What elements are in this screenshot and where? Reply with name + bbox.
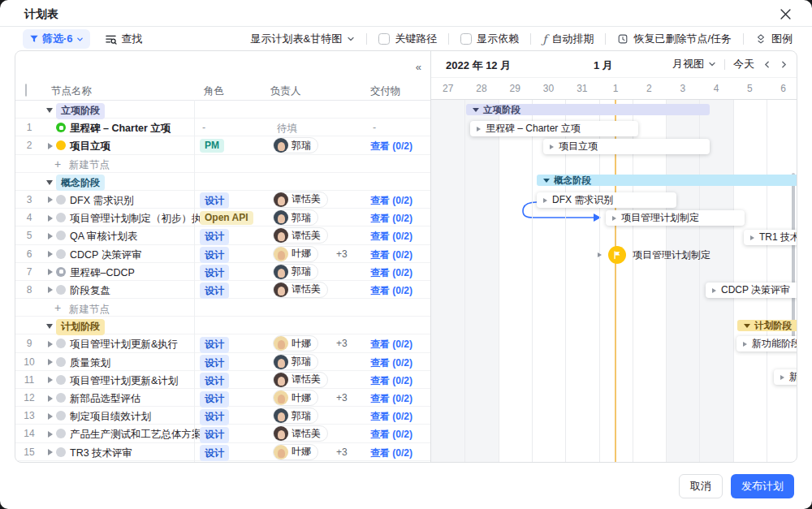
table-row[interactable]: 7里程碑–CDCP设计郭瑞查看 (0/2) [15, 263, 430, 281]
gantt-task-bar[interactable]: TR1 技术评审 [744, 230, 797, 245]
owner-pill[interactable]: 郭瑞 [273, 354, 318, 370]
add-node-button[interactable]: 新建节点 [69, 303, 110, 317]
expand-arrow-icon[interactable] [48, 359, 53, 365]
filter-button[interactable]: 筛选·6 [23, 29, 90, 49]
owner-pill[interactable]: 郭瑞 [273, 137, 318, 153]
gantt-task-bar[interactable]: 项目管理计划制定 [606, 210, 745, 226]
expand-arrow-icon[interactable] [48, 413, 53, 420]
owner-pill[interactable]: 郭瑞 [273, 264, 318, 280]
chevron-down-icon [76, 36, 84, 43]
table-row[interactable]: 2项目立项PM郭瑞查看 (0/2) [15, 136, 430, 154]
close-icon[interactable] [778, 6, 793, 21]
gantt-task-bar[interactable]: 新功能阶段推广 [736, 336, 797, 352]
expand-arrow-icon[interactable] [48, 233, 53, 239]
deliverable-view-link[interactable]: 查看 (0/2) [370, 374, 412, 388]
deliverable-view-link[interactable]: 查看 (0/2) [370, 230, 412, 244]
legend-button[interactable]: 图例 [755, 32, 793, 46]
view-mode-select[interactable]: 月视图 [672, 57, 716, 71]
add-node-row[interactable]: +新建节点 [15, 155, 430, 173]
expand-arrow-icon[interactable] [48, 143, 53, 149]
table-row[interactable]: 10质量策划设计郭瑞查看 (0/2) [15, 353, 430, 371]
collapse-caret-icon[interactable] [46, 108, 53, 113]
table-row[interactable]: 9项目管理计划更新&执行设计叶娜+3查看 (0/2) [15, 334, 430, 352]
gantt-task-bar[interactable]: 新功能 [774, 369, 797, 385]
phase-row[interactable]: 计划阶段 [15, 317, 430, 334]
auto-schedule-button[interactable]: ƒ 自动排期 [542, 32, 594, 46]
expand-arrow-icon[interactable] [48, 251, 53, 257]
deliverable-view-link[interactable]: 查看 (0/2) [370, 392, 412, 406]
table-row[interactable]: 5QA 审核计划表设计谭恬美查看 (0/2) [15, 226, 430, 244]
collapse-caret-icon[interactable] [46, 180, 53, 185]
expand-arrow-icon[interactable] [48, 196, 53, 203]
owner-pill[interactable]: 郭瑞 [273, 209, 318, 226]
table-row[interactable]: 15TR3 技术评审设计叶娜+3查看 (0/2) [15, 443, 430, 461]
next-period-icon[interactable] [780, 60, 788, 69]
phase-row[interactable]: 立项阶段 [15, 101, 430, 119]
table-row[interactable]: 8阶段复盘设计谭恬美查看 (0/2) [15, 281, 430, 299]
collapse-table-icon[interactable]: « [416, 61, 421, 73]
table-row[interactable]: 3DFX 需求识别设计谭恬美查看 (0/2) [15, 191, 430, 209]
deliverable-view-link[interactable]: 查看 (0/2) [370, 194, 412, 208]
gantt-task-bar[interactable]: 项目立项 [543, 139, 710, 154]
deliverable-view-link[interactable]: 查看 (0/2) [370, 248, 412, 262]
gantt-phase-bar[interactable]: 概念阶段 [537, 175, 797, 186]
find-button[interactable]: 查找 [105, 32, 143, 46]
deliverable-view-link[interactable]: 查看 (0/2) [370, 140, 412, 153]
deliverable-view-link[interactable]: 查看 (0/2) [370, 446, 412, 460]
gantt-task-bar[interactable]: 里程碑 – Charter 立项 [470, 121, 638, 136]
expand-arrow-icon[interactable] [48, 287, 53, 293]
owner-pill[interactable]: 叶娜 [273, 390, 318, 406]
deliverable-view-link[interactable]: 查看 (0/2) [370, 284, 412, 298]
table-row[interactable]: 13制定项目绩效计划设计郭瑞查看 (0/2) [15, 407, 430, 425]
owner-pill[interactable]: 郭瑞 [273, 408, 318, 424]
restore-deleted-button[interactable]: 恢复已删除节点/任务 [617, 32, 732, 46]
display-mode-select[interactable]: 显示计划表&甘特图 [251, 32, 356, 46]
prev-period-icon[interactable] [762, 60, 771, 69]
gantt-phase-bar[interactable]: 计划阶段 [737, 320, 797, 331]
owner-pill[interactable]: 谭恬美 [273, 227, 328, 244]
critical-path-toggle[interactable]: 关键路径 [378, 32, 437, 46]
table-row[interactable]: 6CDCP 决策评审设计叶娜+3查看 (0/2) [15, 245, 430, 263]
add-node-button[interactable]: 新建节点 [69, 158, 110, 172]
table-row[interactable]: 1里程碑 – Charter 立项-待填- [15, 119, 430, 136]
gantt-phase-bar[interactable]: 立项阶段 [466, 104, 710, 115]
table-row[interactable]: 4项目管理计划制定（初步）执行Open API郭瑞查看 (0/2) [15, 209, 430, 226]
deliverable-view-link[interactable]: 查看 (0/2) [370, 356, 412, 370]
phase-row[interactable]: 概念阶段 [15, 173, 430, 191]
today-button[interactable]: 今天 [733, 57, 754, 71]
expand-arrow-icon[interactable] [48, 215, 53, 222]
gantt-milestone-flag[interactable]: 项目管理计划制定 [598, 246, 710, 264]
expand-arrow-icon[interactable] [48, 431, 53, 438]
gantt-task-bar[interactable]: CDCP 决策评审 [706, 283, 797, 298]
owner-pill[interactable]: 谭恬美 [273, 372, 328, 388]
collapse-caret-icon[interactable] [46, 324, 53, 329]
table-row[interactable]: 11项目管理计划更新&计划设计谭恬美查看 (0/2) [15, 371, 430, 389]
show-dependency-checkbox[interactable] [460, 33, 472, 45]
gantt-task-bar[interactable]: DFX 需求识别 [537, 192, 676, 208]
deliverable-view-link[interactable]: 查看 (0/2) [370, 212, 412, 226]
deliverable-view-link[interactable]: 查看 (0/2) [370, 410, 412, 424]
add-node-row[interactable]: +新建节点 [15, 299, 430, 317]
expand-arrow-icon[interactable] [48, 269, 53, 275]
gantt-phase-label: 计划阶段 [754, 320, 792, 332]
owner-pill[interactable]: 谭恬美 [273, 425, 328, 442]
owner-pill[interactable]: 谭恬美 [273, 282, 328, 298]
show-dependency-toggle[interactable]: 显示依赖 [460, 32, 519, 46]
owner-pill[interactable]: 叶娜 [273, 444, 318, 460]
cancel-button[interactable]: 取消 [679, 474, 723, 498]
select-all-checkbox[interactable] [25, 84, 27, 96]
table-row[interactable]: 14产品生产测试和工艺总体方案设计设计谭恬美查看 (0/2) [15, 425, 430, 442]
owner-pill[interactable]: 叶娜 [273, 335, 318, 352]
table-row[interactable]: 12新部品选型评估设计叶娜+3查看 (0/2) [15, 389, 430, 407]
deliverable-view-link[interactable]: 查看 (0/2) [370, 428, 412, 442]
expand-arrow-icon[interactable] [48, 341, 53, 347]
deliverable-view-link[interactable]: 查看 (0/2) [370, 338, 412, 352]
owner-pill[interactable]: 叶娜 [273, 246, 318, 262]
publish-plan-button[interactable]: 发布计划 [731, 474, 794, 498]
expand-arrow-icon[interactable] [48, 377, 53, 383]
critical-path-checkbox[interactable] [378, 33, 390, 45]
owner-pill[interactable]: 谭恬美 [273, 192, 328, 208]
deliverable-view-link[interactable]: 查看 (0/2) [370, 266, 412, 280]
expand-arrow-icon[interactable] [48, 395, 53, 402]
expand-arrow-icon[interactable] [48, 449, 53, 455]
